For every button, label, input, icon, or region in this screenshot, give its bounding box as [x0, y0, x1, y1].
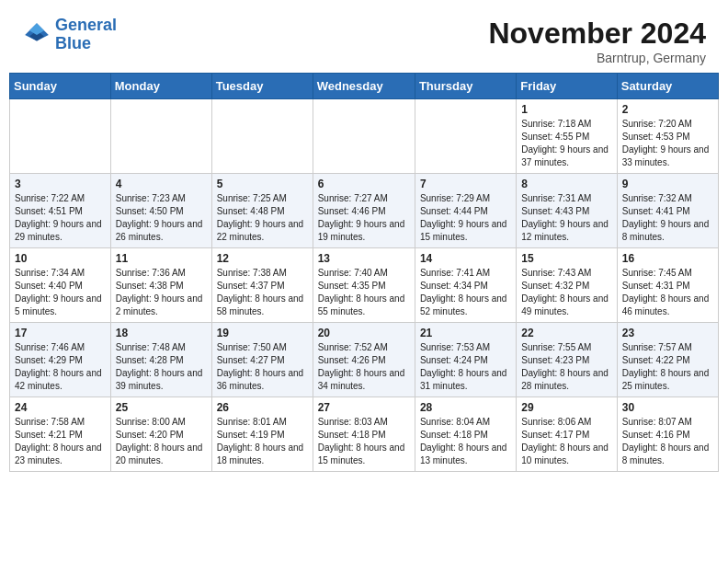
day-info: Sunrise: 7:46 AM Sunset: 4:29 PM Dayligh…: [15, 341, 106, 393]
calendar-cell: 22Sunrise: 7:55 AM Sunset: 4:23 PM Dayli…: [517, 323, 617, 397]
calendar-cell: 6Sunrise: 7:27 AM Sunset: 4:46 PM Daylig…: [313, 174, 415, 248]
calendar-week-row: 3Sunrise: 7:22 AM Sunset: 4:51 PM Daylig…: [10, 174, 719, 248]
day-info: Sunrise: 7:25 AM Sunset: 4:48 PM Dayligh…: [217, 192, 308, 244]
day-number: 20: [318, 327, 410, 339]
day-header-monday: Monday: [110, 74, 211, 99]
day-number: 1: [521, 103, 611, 116]
calendar-week-row: 1Sunrise: 7:18 AM Sunset: 4:55 PM Daylig…: [10, 99, 719, 174]
calendar-cell: 7Sunrise: 7:29 AM Sunset: 4:44 PM Daylig…: [415, 174, 516, 248]
calendar-cell: 1Sunrise: 7:18 AM Sunset: 4:55 PM Daylig…: [517, 99, 617, 174]
calendar-cell: 18Sunrise: 7:48 AM Sunset: 4:28 PM Dayli…: [110, 323, 211, 397]
day-info: Sunrise: 8:07 AM Sunset: 4:16 PM Dayligh…: [622, 416, 713, 467]
day-number: 9: [622, 178, 713, 190]
day-header-wednesday: Wednesday: [313, 74, 415, 99]
day-info: Sunrise: 7:41 AM Sunset: 4:34 PM Dayligh…: [420, 267, 511, 318]
day-info: Sunrise: 7:58 AM Sunset: 4:21 PM Dayligh…: [15, 416, 106, 467]
calendar-week-row: 10Sunrise: 7:34 AM Sunset: 4:40 PM Dayli…: [10, 248, 719, 323]
day-number: 13: [318, 252, 410, 265]
day-info: Sunrise: 7:43 AM Sunset: 4:32 PM Dayligh…: [521, 267, 611, 318]
day-info: Sunrise: 7:57 AM Sunset: 4:22 PM Dayligh…: [622, 341, 713, 393]
day-info: Sunrise: 7:40 AM Sunset: 4:35 PM Dayligh…: [318, 267, 410, 318]
logo: General Blue: [22, 17, 117, 53]
day-number: 4: [116, 178, 207, 190]
day-number: 21: [420, 327, 511, 339]
day-number: 8: [521, 178, 611, 190]
calendar-cell: 8Sunrise: 7:31 AM Sunset: 4:43 PM Daylig…: [517, 174, 617, 248]
calendar-cell: 19Sunrise: 7:50 AM Sunset: 4:27 PM Dayli…: [211, 323, 313, 397]
day-info: Sunrise: 7:18 AM Sunset: 4:55 PM Dayligh…: [521, 118, 611, 169]
day-number: 14: [420, 252, 511, 265]
day-number: 22: [521, 327, 611, 339]
day-info: Sunrise: 7:29 AM Sunset: 4:44 PM Dayligh…: [420, 192, 511, 244]
calendar-cell: 26Sunrise: 8:01 AM Sunset: 4:19 PM Dayli…: [211, 397, 313, 472]
day-info: Sunrise: 7:31 AM Sunset: 4:43 PM Dayligh…: [521, 192, 611, 244]
day-header-sunday: Sunday: [10, 74, 111, 99]
day-info: Sunrise: 7:45 AM Sunset: 4:31 PM Dayligh…: [622, 267, 713, 318]
day-info: Sunrise: 8:01 AM Sunset: 4:19 PM Dayligh…: [217, 416, 308, 467]
day-number: 15: [521, 252, 611, 265]
calendar-wrapper: SundayMondayTuesdayWednesdayThursdayFrid…: [0, 73, 728, 481]
calendar-cell: 2Sunrise: 7:20 AM Sunset: 4:53 PM Daylig…: [617, 99, 718, 174]
month-title: November 2024: [488, 17, 706, 51]
calendar-week-row: 24Sunrise: 7:58 AM Sunset: 4:21 PM Dayli…: [10, 397, 719, 472]
calendar-cell: [313, 99, 415, 174]
day-info: Sunrise: 7:27 AM Sunset: 4:46 PM Dayligh…: [318, 192, 410, 244]
day-number: 11: [116, 252, 207, 265]
calendar-cell: 25Sunrise: 8:00 AM Sunset: 4:20 PM Dayli…: [110, 397, 211, 472]
day-info: Sunrise: 7:36 AM Sunset: 4:38 PM Dayligh…: [116, 267, 207, 318]
day-info: Sunrise: 7:55 AM Sunset: 4:23 PM Dayligh…: [521, 341, 611, 393]
day-header-tuesday: Tuesday: [211, 74, 313, 99]
day-number: 27: [318, 401, 410, 414]
logo-text: General Blue: [55, 17, 117, 53]
calendar-cell: 5Sunrise: 7:25 AM Sunset: 4:48 PM Daylig…: [211, 174, 313, 248]
title-block: November 2024 Barntrup, Germany: [488, 17, 706, 65]
day-info: Sunrise: 7:34 AM Sunset: 4:40 PM Dayligh…: [15, 267, 106, 318]
day-number: 5: [217, 178, 308, 190]
day-header-saturday: Saturday: [617, 74, 718, 99]
day-number: 16: [622, 252, 713, 265]
logo-icon: [22, 20, 51, 50]
day-info: Sunrise: 7:53 AM Sunset: 4:24 PM Dayligh…: [420, 341, 511, 393]
calendar-cell: 4Sunrise: 7:23 AM Sunset: 4:50 PM Daylig…: [110, 174, 211, 248]
calendar-cell: [211, 99, 313, 174]
calendar-cell: 9Sunrise: 7:32 AM Sunset: 4:41 PM Daylig…: [617, 174, 718, 248]
calendar-cell: 15Sunrise: 7:43 AM Sunset: 4:32 PM Dayli…: [517, 248, 617, 323]
day-info: Sunrise: 8:03 AM Sunset: 4:18 PM Dayligh…: [318, 416, 410, 467]
calendar-cell: 28Sunrise: 8:04 AM Sunset: 4:18 PM Dayli…: [415, 397, 516, 472]
day-info: Sunrise: 8:06 AM Sunset: 4:17 PM Dayligh…: [521, 416, 611, 467]
calendar-cell: 30Sunrise: 8:07 AM Sunset: 4:16 PM Dayli…: [617, 397, 718, 472]
day-info: Sunrise: 7:52 AM Sunset: 4:26 PM Dayligh…: [318, 341, 410, 393]
calendar-cell: 21Sunrise: 7:53 AM Sunset: 4:24 PM Dayli…: [415, 323, 516, 397]
day-number: 24: [15, 401, 106, 414]
day-number: 6: [318, 178, 410, 190]
day-info: Sunrise: 7:23 AM Sunset: 4:50 PM Dayligh…: [116, 192, 207, 244]
calendar-header-row: SundayMondayTuesdayWednesdayThursdayFrid…: [10, 74, 719, 99]
calendar-cell: 3Sunrise: 7:22 AM Sunset: 4:51 PM Daylig…: [10, 174, 111, 248]
day-header-thursday: Thursday: [415, 74, 516, 99]
calendar-cell: [415, 99, 516, 174]
page-header: General Blue November 2024 Barntrup, Ger…: [0, 0, 728, 73]
calendar-cell: 29Sunrise: 8:06 AM Sunset: 4:17 PM Dayli…: [517, 397, 617, 472]
calendar-cell: 14Sunrise: 7:41 AM Sunset: 4:34 PM Dayli…: [415, 248, 516, 323]
day-info: Sunrise: 7:20 AM Sunset: 4:53 PM Dayligh…: [622, 118, 713, 169]
day-number: 28: [420, 401, 511, 414]
day-number: 30: [622, 401, 713, 414]
calendar-cell: 17Sunrise: 7:46 AM Sunset: 4:29 PM Dayli…: [10, 323, 111, 397]
day-number: 7: [420, 178, 511, 190]
calendar-table: SundayMondayTuesdayWednesdayThursdayFrid…: [9, 73, 719, 472]
day-number: 10: [15, 252, 106, 265]
calendar-cell: 16Sunrise: 7:45 AM Sunset: 4:31 PM Dayli…: [617, 248, 718, 323]
day-number: 17: [15, 327, 106, 339]
day-number: 3: [15, 178, 106, 190]
calendar-cell: 12Sunrise: 7:38 AM Sunset: 4:37 PM Dayli…: [211, 248, 313, 323]
calendar-cell: 13Sunrise: 7:40 AM Sunset: 4:35 PM Dayli…: [313, 248, 415, 323]
day-number: 29: [521, 401, 611, 414]
calendar-cell: [110, 99, 211, 174]
day-info: Sunrise: 7:48 AM Sunset: 4:28 PM Dayligh…: [116, 341, 207, 393]
calendar-cell: 23Sunrise: 7:57 AM Sunset: 4:22 PM Dayli…: [617, 323, 718, 397]
day-number: 2: [622, 103, 713, 116]
day-info: Sunrise: 8:00 AM Sunset: 4:20 PM Dayligh…: [116, 416, 207, 467]
calendar-cell: 10Sunrise: 7:34 AM Sunset: 4:40 PM Dayli…: [10, 248, 111, 323]
calendar-cell: 24Sunrise: 7:58 AM Sunset: 4:21 PM Dayli…: [10, 397, 111, 472]
day-number: 12: [217, 252, 308, 265]
